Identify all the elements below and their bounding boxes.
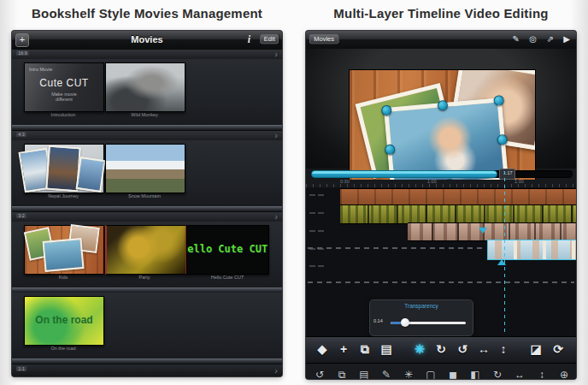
transparency-label: Transparency: [388, 303, 455, 309]
movie-thumb-party[interactable]: [105, 225, 187, 275]
flip-icon[interactable]: ◪: [526, 342, 545, 356]
info-icon[interactable]: i: [248, 33, 250, 46]
empty-track-dashes: [308, 247, 485, 249]
chevron-right-icon[interactable]: ›: [274, 365, 278, 376]
stretch-horizontal-icon[interactable]: ↔: [474, 342, 493, 356]
movies-navbar: + Movies i Edit: [12, 31, 282, 50]
movie-caption: Hello Cute CUT: [206, 275, 250, 280]
editor-toolbar-secondary: ↺ ⧉ ▤ ✎ ✳ ▢ ◼ ◧ ↻ ↔ ↕ ⊕: [306, 363, 576, 379]
movie-caption: Wild Monkey: [123, 112, 167, 117]
select-diamond-icon[interactable]: ◆: [313, 342, 332, 356]
movies-title: Movies: [12, 31, 282, 49]
screenshot-stage: Bookshelf Style Movies Management Multi-…: [0, 0, 588, 385]
shelf-row-3: Hello Cute CUT Kids Party Hello Cute CUT: [12, 222, 282, 287]
intro-subtitle: Make movie different: [43, 92, 86, 102]
hello-title-text: Hello Cute CUT: [186, 243, 268, 255]
movie-caption: On the road: [42, 346, 85, 351]
chevron-right-icon[interactable]: ›: [274, 49, 278, 59]
chevron-right-icon[interactable]: ›: [274, 211, 278, 222]
stretch-vertical-icon[interactable]: ↕: [494, 342, 513, 356]
movie-thumb-road[interactable]: On the road: [24, 296, 104, 346]
movie-thumb-intro[interactable]: Intro Movie Cute CUT Make movie differen…: [24, 62, 104, 112]
export-icon[interactable]: ⇗: [547, 34, 554, 44]
resize-handle-icon[interactable]: [437, 100, 448, 111]
pencil-icon[interactable]: ✎: [378, 369, 395, 379]
undo-icon[interactable]: ↺: [453, 342, 472, 356]
movies-app-frame: + Movies i Edit 16:9 › Intro Movie Cute …: [12, 31, 282, 376]
movie-thumb-mountain[interactable]: [105, 144, 185, 193]
square-filled-icon[interactable]: ◼: [444, 369, 462, 379]
arrows-h-icon[interactable]: ↔: [511, 369, 528, 379]
draw-icon[interactable]: ✎: [513, 34, 520, 44]
track-gutter-dash: [318, 265, 324, 267]
empty-track-dashes: [308, 281, 574, 283]
thumb-photo: [43, 238, 85, 272]
rotate-icon[interactable]: ⟳: [549, 342, 567, 356]
transparency-slider-thumb[interactable]: [401, 318, 409, 327]
play-icon[interactable]: ▶: [563, 34, 570, 44]
square-half-icon[interactable]: ◧: [467, 369, 484, 379]
redo-icon[interactable]: ↻: [432, 342, 450, 356]
track-gutter-dash: [309, 194, 315, 196]
undo2-icon[interactable]: ↺: [311, 369, 328, 379]
star2-icon[interactable]: ✳: [400, 369, 417, 379]
preview-canvas[interactable]: [349, 69, 536, 184]
movie-thumb-kids[interactable]: [24, 225, 104, 275]
clip-marker-down-icon: [479, 228, 487, 234]
track-gutter-dash: [309, 265, 315, 267]
shelf-header-bottom: 1:1 ›: [12, 364, 282, 376]
delete-icon[interactable]: ▤: [377, 342, 396, 356]
movie-thumb-collage[interactable]: [24, 144, 104, 193]
shelf-label: 4:3: [16, 132, 26, 137]
intro-badge: Intro Movie: [29, 67, 52, 72]
movie-thumb-monkey[interactable]: [105, 62, 185, 112]
track-gutter-dash: [318, 212, 324, 214]
right-panel-title: Multi-Layer Timeline Video Editing: [294, 6, 588, 21]
resize-handle-icon[interactable]: [381, 104, 392, 116]
intro-title: Cute CUT: [25, 77, 103, 89]
copy-icon[interactable]: ⧉: [356, 342, 374, 357]
plus-circle-icon[interactable]: ⊕: [556, 369, 573, 379]
settings-icon[interactable]: ◎: [529, 34, 537, 44]
shelf-label: 1:1: [16, 366, 26, 371]
back-to-movies-button[interactable]: Movies: [309, 34, 338, 44]
effects-star-icon[interactable]: ✳: [410, 342, 429, 356]
track-clip-video2[interactable]: [408, 222, 576, 241]
shelf-row-2: Nepal Journey Snow Mountain: [12, 140, 282, 206]
editor-navbar: Movies ✎ ◎ ⇗ ▶: [306, 31, 576, 50]
track-clip-video1[interactable]: [340, 204, 576, 224]
resize-handle-icon[interactable]: [385, 144, 396, 155]
movie-caption: Party: [123, 275, 167, 280]
chevron-right-icon[interactable]: ›: [274, 130, 278, 140]
road-title-text: On the road: [25, 314, 103, 326]
editor-app-frame: Movies ✎ ◎ ⇗ ▶: [306, 31, 576, 379]
scrubber-progress[interactable]: [311, 170, 497, 178]
track-gutter-dash: [318, 230, 324, 232]
left-panel-title: Bookshelf Style Movies Management: [0, 6, 294, 21]
shelf-row-1: Intro Movie Cute CUT Make movie differen…: [12, 59, 282, 125]
editor-toolbar: ◆ + ⧉ ▤ ✳ ↻ ↺ ↔ ↕ ◪ ⟳: [306, 336, 576, 364]
scrubber-time-bubble[interactable]: 1:17: [499, 169, 515, 180]
shelf-label: 3:2: [16, 213, 26, 218]
track-gutter-dash: [318, 194, 324, 196]
thumb-photo: [76, 157, 106, 192]
track-gutter-dash: [309, 230, 315, 232]
track-gutter-dash: [309, 212, 315, 214]
delete2-icon[interactable]: ▤: [356, 369, 373, 379]
transparency-panel: Transparency 0.14: [369, 299, 473, 336]
edit-button[interactable]: Edit: [260, 34, 279, 44]
shelf-label: 16:9: [16, 50, 29, 56]
copy2-icon[interactable]: ⧉: [333, 369, 350, 379]
movie-caption: Snow Mountain: [123, 193, 167, 198]
movie-caption: Kids: [42, 275, 85, 280]
arrows-v-icon[interactable]: ↕: [533, 369, 550, 379]
preview-area: [306, 49, 576, 169]
movie-thumb-hello[interactable]: Hello Cute CUT: [186, 225, 269, 275]
track-clip-background[interactable]: [340, 188, 576, 205]
playhead-line[interactable]: [504, 171, 505, 334]
shelf-row-4: On the road On the road: [12, 293, 282, 358]
square-outline-icon[interactable]: ▢: [422, 369, 439, 379]
redo2-icon[interactable]: ↻: [489, 369, 506, 379]
add-clip-icon[interactable]: +: [334, 342, 353, 356]
track-clip-selected[interactable]: [487, 240, 576, 260]
